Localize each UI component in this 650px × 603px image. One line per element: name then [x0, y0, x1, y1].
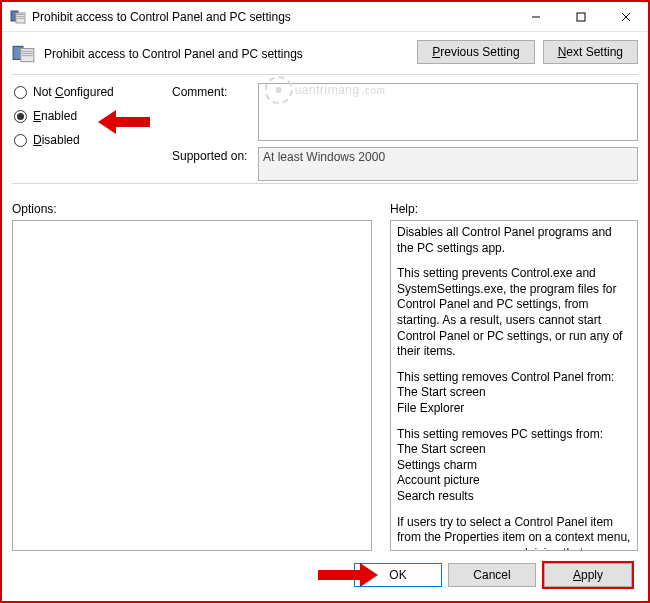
next-setting-button[interactable]: Next Setting — [543, 40, 638, 64]
supported-on-value: At least Windows 2000 — [258, 147, 638, 181]
comment-input[interactable] — [258, 83, 638, 141]
help-text: Disables all Control Panel programs and … — [397, 225, 631, 256]
maximize-button[interactable] — [558, 2, 603, 32]
help-text: If users try to select a Control Panel i… — [397, 515, 631, 552]
divider — [12, 183, 638, 184]
svg-rect-3 — [17, 16, 24, 17]
radio-icon — [14, 86, 27, 99]
svg-rect-4 — [17, 18, 24, 19]
svg-rect-6 — [577, 13, 585, 21]
svg-rect-13 — [22, 55, 33, 56]
help-box[interactable]: Disables all Control Panel programs and … — [390, 220, 638, 551]
divider — [12, 74, 638, 75]
apply-button[interactable]: Apply — [544, 563, 632, 587]
radio-disabled[interactable]: Disabled — [14, 133, 172, 147]
radio-enabled[interactable]: Enabled — [14, 109, 172, 123]
radio-icon — [14, 134, 27, 147]
apply-highlight: Apply — [542, 561, 634, 589]
svg-rect-11 — [22, 51, 33, 52]
close-button[interactable] — [603, 2, 648, 32]
help-text: This setting removes PC settings from: T… — [397, 427, 631, 505]
radio-icon — [14, 110, 27, 123]
help-text: This setting prevents Control.exe and Sy… — [397, 266, 631, 360]
radio-not-configured[interactable]: Not Configured — [14, 85, 172, 99]
window-buttons — [513, 2, 648, 32]
svg-rect-2 — [17, 14, 24, 15]
comment-label: Comment: — [172, 83, 252, 99]
options-box[interactable] — [12, 220, 372, 551]
ok-button[interactable]: OK — [354, 563, 442, 587]
gp-icon — [10, 9, 26, 25]
previous-setting-button[interactable]: Previous Setting — [417, 40, 534, 64]
policy-title: Prohibit access to Control Panel and PC … — [44, 47, 303, 61]
help-label: Help: — [390, 202, 638, 216]
svg-rect-12 — [22, 53, 33, 54]
titlebar: Prohibit access to Control Panel and PC … — [2, 2, 648, 32]
window-title: Prohibit access to Control Panel and PC … — [32, 10, 513, 24]
options-label: Options: — [12, 202, 372, 216]
minimize-button[interactable] — [513, 2, 558, 32]
policy-icon — [12, 44, 36, 64]
cancel-button[interactable]: Cancel — [448, 563, 536, 587]
supported-label: Supported on: — [172, 147, 252, 163]
help-text: This setting removes Control Panel from:… — [397, 370, 631, 417]
